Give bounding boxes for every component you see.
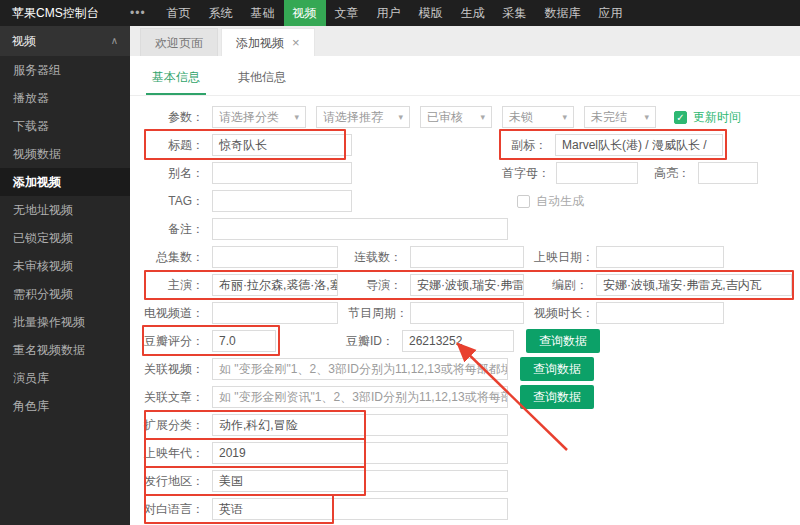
related-video-query-button[interactable]: 查询数据 xyxy=(520,357,594,381)
sidebar-item-no-address-video[interactable]: 无地址视频 xyxy=(0,196,130,224)
related-article-query-button[interactable]: 查询数据 xyxy=(520,385,594,409)
update-time-label: 更新时间 xyxy=(693,109,741,126)
sidebar-item-add-video[interactable]: 添加视频 xyxy=(0,168,130,196)
director-input[interactable]: 安娜·波顿,瑞安·弗雷克 xyxy=(410,274,524,296)
actors-input[interactable]: 布丽·拉尔森,裘德·洛,塞缪尔·杰 xyxy=(212,274,338,296)
auto-generate-label: 自动生成 xyxy=(536,193,584,210)
nav-item-user[interactable]: 用户 xyxy=(368,0,410,26)
writer-label: 编剧： xyxy=(534,277,588,294)
sidebar-section-video[interactable]: 视频 ∧ xyxy=(0,26,130,56)
highlight-input[interactable] xyxy=(698,162,758,184)
douban-id-input[interactable]: 26213252 xyxy=(402,330,514,352)
tag-label: TAG： xyxy=(138,193,204,210)
serial-state-select[interactable]: 未完结 ▾ xyxy=(584,106,656,128)
nav-item-home[interactable]: 首页 xyxy=(158,0,200,26)
tv-channel-label: 电视频道： xyxy=(138,305,204,322)
sidebar-item-role-library[interactable]: 角色库 xyxy=(0,392,130,420)
related-video-label: 关联视频： xyxy=(138,361,204,378)
total-episodes-input[interactable] xyxy=(212,246,338,268)
remark-input[interactable] xyxy=(212,218,508,240)
initial-input[interactable] xyxy=(556,162,638,184)
category-select[interactable]: 请选择分类 ▾ xyxy=(212,106,306,128)
nav-item-database[interactable]: 数据库 xyxy=(536,0,590,26)
serial-count-label: 连载数： xyxy=(348,249,402,266)
ext-category-group: 扩展分类： 动作,科幻,冒险 xyxy=(138,414,508,436)
sidebar-item-actor-library[interactable]: 演员库 xyxy=(0,364,130,392)
alias-input[interactable] xyxy=(212,162,352,184)
chevron-down-icon: ▾ xyxy=(398,112,403,122)
sidebar-item-points-video[interactable]: 需积分视频 xyxy=(0,280,130,308)
subtitle-input[interactable]: Marvel队长(港) / 漫威队长 / xyxy=(555,134,723,156)
title-label: 标题： xyxy=(138,137,204,154)
subtitle-label: 副标： xyxy=(507,137,547,154)
sidebar-item-video-data[interactable]: 视频数据 xyxy=(0,140,130,168)
language-group: 对白语言： 英语 xyxy=(138,498,508,520)
nav-item-base[interactable]: 基础 xyxy=(242,0,284,26)
related-video-input[interactable]: 如 "变形金刚"1、2、3部ID分别为11,12,13或将每部都填 "变形金刚" xyxy=(212,358,508,380)
tab-welcome[interactable]: 欢迎页面 xyxy=(140,28,218,56)
nav-item-generate[interactable]: 生成 xyxy=(452,0,494,26)
auto-generate-checkbox[interactable] xyxy=(517,195,530,208)
sidebar-item-batch-operate-video[interactable]: 批量操作视频 xyxy=(0,308,130,336)
duration-label: 视频时长： xyxy=(534,305,588,322)
audit-select[interactable]: 已审核 ▾ xyxy=(420,106,492,128)
collapse-menu-icon[interactable]: ••• xyxy=(118,6,158,20)
douban-score-group: 豆瓣评分： 7.0 xyxy=(138,330,276,352)
year-input[interactable]: 2019 xyxy=(212,442,508,464)
writer-input[interactable]: 安娜·波顿,瑞安·弗雷克,吉内瓦 xyxy=(596,274,792,296)
release-date-input[interactable] xyxy=(596,246,724,268)
sidebar-item-unaudited-video[interactable]: 未审核视频 xyxy=(0,252,130,280)
alias-label: 别名： xyxy=(138,165,204,182)
duration-input[interactable] xyxy=(596,302,724,324)
form-row-title: 标题： 惊奇队长 副标： Marvel队长(港) / 漫威队长 / xyxy=(138,134,800,156)
tab-other-info[interactable]: 其他信息 xyxy=(232,64,292,95)
ext-category-label: 扩展分类： xyxy=(138,417,204,434)
sidebar-item-player[interactable]: 播放器 xyxy=(0,84,130,112)
subtitle-group: 副标： Marvel队长(港) / 漫威队长 / xyxy=(507,134,723,156)
form-row-remark: 备注： xyxy=(138,218,800,240)
tab-basic-info[interactable]: 基本信息 xyxy=(146,64,206,95)
sidebar-item-duplicate-video-data[interactable]: 重名视频数据 xyxy=(0,336,130,364)
tag-input[interactable] xyxy=(212,190,352,212)
douban-score-input[interactable]: 7.0 xyxy=(212,330,276,352)
total-episodes-label: 总集数： xyxy=(138,249,204,266)
language-label: 对白语言： xyxy=(138,501,204,518)
remark-label: 备注： xyxy=(138,221,204,238)
tab-welcome-label: 欢迎页面 xyxy=(155,29,203,57)
ext-category-input[interactable]: 动作,科幻,冒险 xyxy=(212,414,508,436)
sidebar-item-server-group[interactable]: 服务器组 xyxy=(0,56,130,84)
program-cycle-input[interactable] xyxy=(410,302,524,324)
nav-item-collect[interactable]: 采集 xyxy=(494,0,536,26)
close-icon[interactable]: × xyxy=(292,29,300,57)
update-time-checkbox[interactable]: ✓ xyxy=(674,111,687,124)
duration-group: 视频时长： xyxy=(534,302,724,324)
lock-select[interactable]: 未锁 ▾ xyxy=(502,106,574,128)
title-input[interactable]: 惊奇队长 xyxy=(212,134,352,156)
sidebar-item-locked-video[interactable]: 已锁定视频 xyxy=(0,224,130,252)
audit-select-value: 已审核 xyxy=(427,109,463,126)
sidebar-section-label: 视频 xyxy=(12,26,36,56)
related-article-input[interactable]: 如 "变形金刚资讯"1、2、3部ID分别为11,12,13或将每部都填 "变形金… xyxy=(212,386,508,408)
region-input[interactable]: 美国 xyxy=(212,470,508,492)
sidebar-item-downloader[interactable]: 下载器 xyxy=(0,112,130,140)
lock-select-value: 未锁 xyxy=(509,109,533,126)
nav-item-app[interactable]: 应用 xyxy=(590,0,632,26)
release-date-group: 上映日期： xyxy=(534,246,724,268)
add-video-panel: 基本信息 其他信息 参数： 请选择分类 ▾ 请选择推荐 ▾ 已审核 xyxy=(130,56,800,525)
workspace-tabstrip: 欢迎页面 添加视频 × xyxy=(130,26,800,56)
tv-channel-input[interactable] xyxy=(212,302,338,324)
douban-query-button[interactable]: 查询数据 xyxy=(526,329,600,353)
nav-item-video[interactable]: 视频 xyxy=(284,0,326,26)
highlight-group: 高亮： xyxy=(650,162,758,184)
serial-state-select-value: 未完结 xyxy=(591,109,627,126)
recommend-select[interactable]: 请选择推荐 ▾ xyxy=(316,106,410,128)
recommend-select-value: 请选择推荐 xyxy=(323,109,383,126)
nav-item-template[interactable]: 模版 xyxy=(410,0,452,26)
serial-count-input[interactable] xyxy=(410,246,524,268)
app-logo: 苹果CMS控制台 xyxy=(0,5,118,22)
tab-add-video[interactable]: 添加视频 × xyxy=(221,28,315,56)
nav-item-article[interactable]: 文章 xyxy=(326,0,368,26)
language-input[interactable]: 英语 xyxy=(212,498,508,520)
form-row-episodes: 总集数： 连载数： 上映日期： xyxy=(138,246,800,268)
nav-item-system[interactable]: 系统 xyxy=(200,0,242,26)
